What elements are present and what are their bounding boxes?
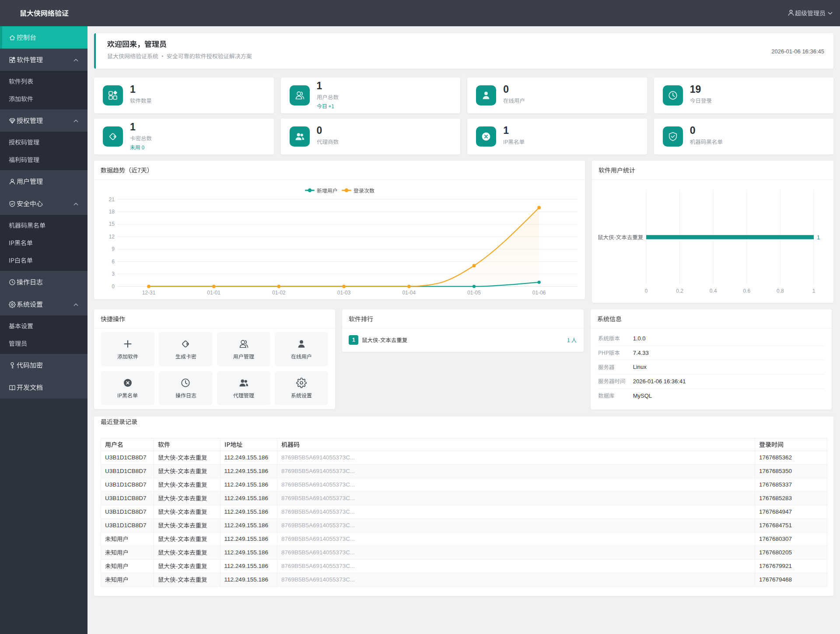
svg-text:1: 1 [812, 288, 816, 294]
svg-text:01-04: 01-04 [402, 290, 416, 296]
svg-text:0: 0 [112, 284, 115, 290]
svg-text:21: 21 [109, 196, 115, 203]
svg-text:12: 12 [109, 234, 115, 240]
svg-text:1: 1 [817, 234, 820, 241]
svg-text:01-01: 01-01 [207, 290, 220, 296]
svg-text:6: 6 [112, 259, 115, 265]
svg-text:01-06: 01-06 [532, 290, 546, 296]
svg-text:01-02: 01-02 [272, 290, 286, 296]
svg-text:0: 0 [645, 288, 648, 294]
svg-text:01-03: 01-03 [337, 290, 351, 296]
svg-text:0.4: 0.4 [710, 288, 717, 294]
svg-text:15: 15 [109, 221, 115, 227]
svg-text:0.8: 0.8 [777, 288, 784, 294]
svg-text:0.2: 0.2 [676, 288, 683, 294]
svg-text:3: 3 [112, 271, 115, 277]
svg-text:0.6: 0.6 [743, 288, 750, 294]
svg-text:01-05: 01-05 [467, 290, 481, 296]
svg-text:9: 9 [112, 246, 115, 252]
svg-text:18: 18 [109, 209, 115, 215]
svg-text:12-31: 12-31 [142, 290, 156, 296]
